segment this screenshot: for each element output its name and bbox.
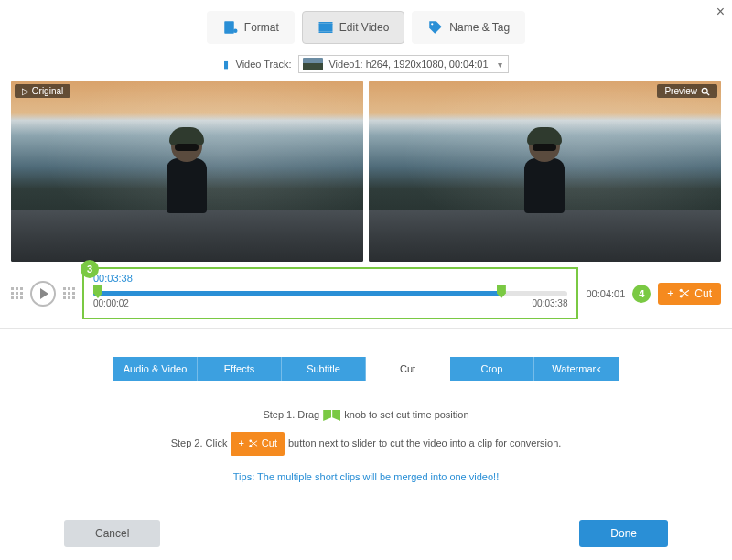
grip-icon[interactable] bbox=[63, 287, 75, 299]
format-icon bbox=[222, 19, 239, 36]
svg-line-7 bbox=[706, 92, 709, 95]
step2-text-a: Step 2. Click bbox=[171, 435, 228, 453]
svg-point-5 bbox=[431, 23, 433, 25]
tips-text: Tips: The multiple short clips will be m… bbox=[37, 468, 695, 487]
tab-name-tag-label: Name & Tag bbox=[449, 21, 510, 34]
annotation-badge-3: 3 bbox=[81, 260, 99, 278]
grip-icon[interactable] bbox=[11, 287, 23, 299]
tab-edit-video-label: Edit Video bbox=[339, 21, 390, 34]
magnify-icon bbox=[701, 87, 710, 96]
dialog-buttons: Cancel Done bbox=[0, 520, 732, 547]
svg-rect-3 bbox=[318, 22, 332, 24]
svg-rect-4 bbox=[318, 32, 332, 34]
timeline-track[interactable] bbox=[93, 291, 567, 296]
step2-text-b: button next to slider to cut the video i… bbox=[288, 435, 561, 453]
original-preview: ▷ Original bbox=[11, 81, 363, 262]
time-current: 00:03:38 bbox=[93, 273, 133, 284]
subtab-crop[interactable]: Crop bbox=[450, 357, 534, 381]
cut-button[interactable]: + Cut bbox=[658, 283, 721, 305]
output-preview: Preview bbox=[369, 81, 721, 262]
step1-text-b: knob to set cut time position bbox=[344, 406, 468, 425]
annotation-badge-4: 4 bbox=[632, 285, 651, 303]
cancel-button[interactable]: Cancel bbox=[64, 520, 160, 547]
time-total: 00:04:01 bbox=[586, 288, 625, 299]
subtab-cut[interactable]: Cut bbox=[366, 357, 450, 381]
preview-badge-label: Preview bbox=[664, 86, 697, 96]
cut-inline-badge: + Cut bbox=[231, 432, 285, 456]
cut-slider-zone: 00:03:38 00:00:02 00:03:38 bbox=[82, 267, 578, 319]
original-badge: ▷ Original bbox=[15, 84, 70, 98]
knob-icon bbox=[323, 410, 340, 421]
video-track-row: ▮ Video Track: Video1: h264, 1920x1080, … bbox=[0, 51, 732, 81]
tab-format[interactable]: Format bbox=[207, 11, 295, 44]
tab-edit-video[interactable]: Edit Video bbox=[302, 11, 405, 44]
cut-start-time: 00:00:02 bbox=[93, 298, 129, 308]
done-button[interactable]: Done bbox=[579, 520, 668, 547]
cut-end-time: 00:03:38 bbox=[533, 298, 568, 308]
subtab-audio-video[interactable]: Audio & Video bbox=[113, 357, 198, 381]
tab-name-tag[interactable]: Name & Tag bbox=[412, 11, 525, 44]
subtab-watermark[interactable]: Watermark bbox=[534, 357, 619, 381]
tab-format-label: Format bbox=[244, 21, 279, 34]
svg-point-1 bbox=[233, 29, 238, 34]
svg-point-6 bbox=[702, 88, 707, 93]
play-button[interactable] bbox=[30, 281, 56, 307]
playback-controls: 3 00:03:38 00:00:02 00:03:38 00:04:01 4 … bbox=[0, 262, 732, 323]
subtab-effects[interactable]: Effects bbox=[198, 357, 282, 381]
name-tag-icon bbox=[427, 19, 444, 36]
video-track-selected: Video1: h264, 1920x1080, 00:04:01 bbox=[328, 59, 488, 70]
scissors-icon bbox=[248, 438, 258, 448]
add-icon: + bbox=[238, 435, 243, 453]
video-track-label: Video Track: bbox=[236, 59, 292, 70]
track-thumbnail-icon bbox=[303, 58, 323, 70]
scissors-icon bbox=[678, 287, 690, 299]
video-track-select[interactable]: Video1: h264, 1920x1080, 00:04:01 bbox=[298, 55, 509, 73]
add-icon: + bbox=[667, 287, 673, 300]
step1-text-a: Step 1. Drag bbox=[263, 406, 319, 425]
preview-badge[interactable]: Preview bbox=[657, 84, 717, 98]
cut-inline-label: Cut bbox=[262, 435, 277, 453]
subtab-subtitle[interactable]: Subtitle bbox=[282, 357, 366, 381]
top-tabs: Format Edit Video Name & Tag bbox=[0, 0, 732, 51]
svg-rect-2 bbox=[318, 24, 332, 32]
edit-sub-tabs: Audio & Video Effects Subtitle Cut Crop … bbox=[0, 357, 732, 381]
edit-video-icon bbox=[318, 19, 334, 36]
preview-area: ▷ Original Preview bbox=[0, 81, 732, 262]
svg-rect-0 bbox=[224, 21, 234, 34]
cut-button-label: Cut bbox=[694, 287, 712, 300]
close-button[interactable]: × bbox=[716, 4, 725, 20]
timeline-fill bbox=[93, 291, 501, 296]
instructions-panel: Step 1. Drag knob to set cut time positi… bbox=[0, 381, 732, 495]
